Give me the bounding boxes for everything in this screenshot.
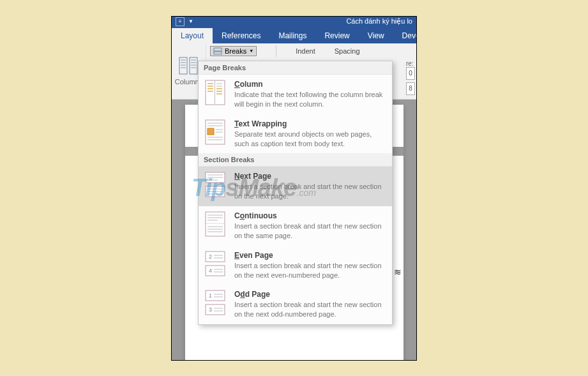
spacing-label: Spacing [335,47,360,55]
breaks-icon [213,47,222,55]
menu-item-text: Next Page Insert a section break and sta… [234,172,386,201]
breaks-dropdown: Page Breaks Column Indicate that the tex… [198,61,393,325]
menu-item-title: Odd Page [234,290,386,299]
continuous-icon [205,211,225,237]
menu-item-desc: Insert a section break and start the new… [234,261,386,280]
menu-item-desc: Indicate that the text following the col… [234,90,386,109]
menu-item-continuous[interactable]: Continuous Insert a section break and st… [199,206,392,246]
tab-developer[interactable]: Deve [393,28,417,43]
menu-item-desc: Separate text around objects on web page… [234,130,386,149]
menu-item-desc: Insert a section break and start the new… [234,182,386,201]
svg-rect-39 [206,212,225,236]
ribbon-controls: Breaks ▼ Indent Spacing [206,43,416,59]
menu-item-text: Column Indicate that the text following … [234,80,386,109]
menu-item-title: Next Page [234,172,386,181]
menu-item-desc: Insert a section break and start the new… [234,300,386,319]
menu-item-title: Column [234,80,386,89]
chevron-down-icon: ▼ [249,49,253,53]
ribbon-tabs: Layout References Mailings Review View D… [172,27,416,43]
svg-text:1: 1 [209,292,212,299]
qat-caret-icon[interactable]: ▼ [188,19,193,24]
qat-icon[interactable]: ≡ [176,17,185,26]
column-break-icon [205,80,225,105]
menu-item-text: Even Page Insert a section break and sta… [234,251,386,280]
section-break-mark: ≋ [394,267,402,277]
separator [276,45,276,57]
menu-item-text: Odd Page Insert a section break and star… [234,290,386,319]
document-title: Cách đánh ký hiệu lo [346,17,412,26]
menu-item-column[interactable]: Column Indicate that the text following … [199,75,392,114]
menu-item-title: Continuous [234,211,386,220]
page-breaks-header: Page Breaks [199,61,392,75]
menu-item-odd-page[interactable]: 1 3 Odd Page Insert a section break and … [199,285,392,324]
tab-mailings[interactable]: Mailings [269,28,315,43]
menu-item-next-page[interactable]: Next Page Insert a section break and sta… [199,167,392,206]
svg-text:4: 4 [209,267,212,274]
odd-page-icon: 1 3 [205,290,225,315]
svg-text:3: 3 [209,306,212,313]
svg-rect-10 [214,48,222,51]
menu-item-text: Continuous Insert a section break and st… [234,211,386,241]
section-breaks-header: Section Breaks [199,153,392,167]
menu-item-even-page[interactable]: 2 4 Even Page Insert a section break and… [199,246,392,285]
right-cut-label: re: [406,60,416,67]
menu-item-title: Even Page [234,251,386,260]
svg-text:2: 2 [209,253,212,260]
menu-item-text-wrapping[interactable]: Text Wrapping Separate text around objec… [199,114,392,154]
tab-layout[interactable]: Layout [172,28,213,43]
tab-references[interactable]: References [213,28,269,43]
menu-item-text: Text Wrapping Separate text around objec… [234,119,386,149]
svg-rect-11 [214,52,222,54]
even-page-icon: 2 4 [205,251,225,276]
tab-review[interactable]: Review [315,28,358,43]
title-bar: ≡ ▼ Cách đánh ký hiệu lo [172,17,416,27]
quick-access-toolbar: ≡ ▼ [176,17,193,26]
svg-rect-26 [207,128,214,135]
spacing-fields: re: 0 8 [406,60,416,98]
spacing-after-field[interactable]: 8 [406,82,415,95]
breaks-label: Breaks [225,47,246,55]
indent-label: Indent [296,47,315,55]
next-page-icon [205,172,225,197]
spacing-before-field[interactable]: 0 [406,67,415,80]
columns-icon [178,56,200,75]
tab-view[interactable]: View [359,28,393,43]
text-wrapping-icon [205,119,225,145]
menu-item-desc: Insert a section break and start the new… [234,222,386,241]
breaks-button[interactable]: Breaks ▼ [210,46,257,56]
menu-item-title: Text Wrapping [234,119,386,128]
